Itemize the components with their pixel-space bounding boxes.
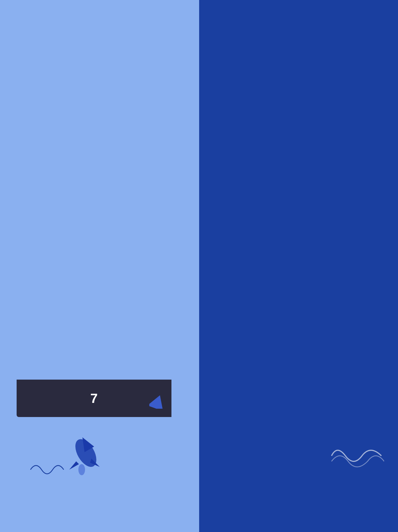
svg-point-9 (78, 464, 85, 475)
svg-marker-4 (149, 395, 166, 409)
canva-our-rating-cell: 7 (17, 380, 171, 417)
wave-icon (329, 439, 384, 472)
canva-our-rating-value: 7 (90, 391, 98, 406)
svg-marker-7 (69, 461, 79, 470)
arrow-icon (149, 395, 166, 409)
bottom-decoration (0, 428, 398, 484)
squiggle-icon (28, 459, 69, 481)
